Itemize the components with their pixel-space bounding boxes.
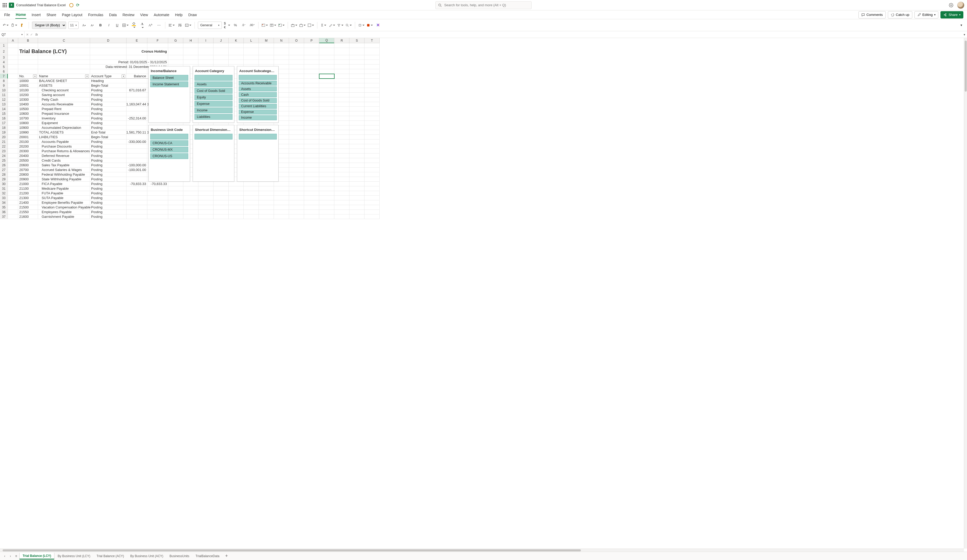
format-painter-button[interactable] bbox=[19, 22, 25, 28]
sheet-tab[interactable]: TrialBalanceData bbox=[192, 553, 223, 560]
cell-K36[interactable] bbox=[229, 210, 244, 214]
cell-A10[interactable] bbox=[8, 88, 18, 93]
cell-L35[interactable] bbox=[244, 205, 259, 210]
cell-name-20700[interactable]: Accrued Salaries & Wages bbox=[38, 168, 90, 172]
row-header-26[interactable]: 26 bbox=[0, 163, 8, 168]
horizontal-scrollbar[interactable] bbox=[0, 548, 964, 552]
cell-J1[interactable] bbox=[213, 43, 229, 48]
cell-balance-20100[interactable]: -330,000.00 bbox=[127, 140, 147, 144]
cell-M35[interactable] bbox=[259, 205, 274, 210]
menu-file[interactable]: File bbox=[3, 11, 11, 18]
cell-G35[interactable] bbox=[168, 205, 183, 210]
slicer-item[interactable] bbox=[150, 134, 188, 140]
cell-name-21550[interactable]: Employees Payable bbox=[38, 210, 90, 214]
column-header-K[interactable]: K bbox=[229, 38, 244, 43]
cell-P15[interactable] bbox=[304, 111, 319, 116]
cell-O30[interactable] bbox=[289, 182, 304, 186]
cell-balance-21200[interactable] bbox=[127, 191, 147, 196]
cell-O26[interactable] bbox=[289, 163, 304, 168]
add-sheet-button[interactable]: + bbox=[223, 553, 230, 559]
cell-O6[interactable] bbox=[289, 69, 304, 74]
cell-T30[interactable] bbox=[365, 182, 380, 186]
cell-K2[interactable] bbox=[229, 48, 244, 55]
cell-J34[interactable] bbox=[213, 200, 229, 205]
change-case-button[interactable]: Aᵇ bbox=[147, 22, 153, 28]
cell-H31[interactable] bbox=[183, 186, 198, 191]
slicer-item[interactable]: CRONUS-MX bbox=[150, 147, 188, 153]
cell-N31[interactable] bbox=[274, 186, 289, 191]
cell-T37[interactable] bbox=[365, 214, 380, 219]
cell-T27[interactable] bbox=[365, 168, 380, 172]
row-header-21[interactable]: 21 bbox=[0, 140, 8, 144]
cell-name-21600[interactable]: Garnishment Payable bbox=[38, 214, 90, 219]
cell-L1[interactable] bbox=[244, 43, 259, 48]
cell-S37[interactable] bbox=[350, 214, 365, 219]
cell-name-10400[interactable]: Accounts Receivable bbox=[38, 102, 90, 107]
cell-B6[interactable] bbox=[18, 69, 38, 74]
cell-I1[interactable] bbox=[198, 43, 213, 48]
table-header-name[interactable]: Name▾ bbox=[38, 74, 90, 79]
row-header-29[interactable]: 29 bbox=[0, 177, 8, 182]
cell-balance-10100[interactable]: 671,016.67 bbox=[127, 88, 147, 93]
cell-O10[interactable] bbox=[289, 88, 304, 93]
cell-balance-10200[interactable] bbox=[127, 93, 147, 97]
cell-no-21400[interactable]: 21400 bbox=[18, 200, 38, 205]
cell-P13[interactable] bbox=[304, 102, 319, 107]
cell-C5[interactable] bbox=[38, 64, 90, 69]
cell-type-10100[interactable]: Posting bbox=[90, 88, 127, 93]
row-header-2[interactable]: 2 bbox=[0, 48, 8, 55]
cell-name-20800[interactable]: Federal Withholding Payable bbox=[38, 172, 90, 177]
column-header-N[interactable]: N bbox=[274, 38, 289, 43]
cell-name-10200[interactable]: Saving account bbox=[38, 93, 90, 97]
cell-O32[interactable] bbox=[289, 191, 304, 196]
cell-name-10300[interactable]: Petty Cash bbox=[38, 97, 90, 102]
cell-S14[interactable] bbox=[350, 107, 365, 111]
cell-H37[interactable] bbox=[183, 214, 198, 219]
cell-A33[interactable] bbox=[8, 196, 18, 200]
slicer-item[interactable]: Income bbox=[239, 115, 277, 120]
cell-name-10900[interactable]: Accumulated Depreciation bbox=[38, 125, 90, 130]
row-header-6[interactable]: 6 bbox=[0, 69, 8, 74]
cell-A22[interactable] bbox=[8, 144, 18, 149]
cell-no-21200[interactable]: 21200 bbox=[18, 191, 38, 196]
cell-F3[interactable] bbox=[147, 55, 168, 60]
cell-no-10800[interactable]: 10800 bbox=[18, 121, 38, 125]
cell-G37[interactable] bbox=[168, 214, 183, 219]
cell-T29[interactable] bbox=[365, 177, 380, 182]
cell-L34[interactable] bbox=[244, 200, 259, 205]
menu-page-layout[interactable]: Page Layout bbox=[61, 11, 83, 18]
cell-name-10001[interactable]: ASSETS bbox=[38, 83, 90, 88]
formula-input[interactable] bbox=[39, 31, 962, 38]
cell-P23[interactable] bbox=[304, 149, 319, 153]
cell-O4[interactable] bbox=[289, 60, 304, 64]
cell-P17[interactable] bbox=[304, 121, 319, 125]
cell-T16[interactable] bbox=[365, 116, 380, 121]
cell-A14[interactable] bbox=[8, 107, 18, 111]
cell-M3[interactable] bbox=[259, 55, 274, 60]
cell-F1[interactable] bbox=[147, 43, 168, 48]
cell-M32[interactable] bbox=[259, 191, 274, 196]
row-header-5[interactable]: 5 bbox=[0, 64, 8, 69]
menu-draw[interactable]: Draw bbox=[188, 11, 197, 18]
merge-button[interactable] bbox=[185, 22, 191, 28]
cell-L3[interactable] bbox=[244, 55, 259, 60]
cell-A21[interactable] bbox=[8, 140, 18, 144]
cell-A26[interactable] bbox=[8, 163, 18, 168]
cell-T24[interactable] bbox=[365, 153, 380, 158]
cell-Q22[interactable] bbox=[319, 144, 334, 149]
row-header-27[interactable]: 27 bbox=[0, 168, 8, 172]
cell-K33[interactable] bbox=[229, 196, 244, 200]
cell-O13[interactable] bbox=[289, 102, 304, 107]
cell-J4[interactable] bbox=[213, 60, 229, 64]
cell-no-10500[interactable]: 10500 bbox=[18, 107, 38, 111]
cell-type-20700[interactable]: Posting bbox=[90, 168, 127, 172]
cell-M33[interactable] bbox=[259, 196, 274, 200]
cell-A1[interactable] bbox=[8, 43, 18, 48]
cell-S26[interactable] bbox=[350, 163, 365, 168]
cell-P3[interactable] bbox=[304, 55, 319, 60]
cell-T2[interactable] bbox=[365, 48, 380, 55]
cell-R30[interactable] bbox=[334, 182, 350, 186]
row-header-24[interactable]: 24 bbox=[0, 153, 8, 158]
cell-no-21300[interactable]: 21300 bbox=[18, 196, 38, 200]
cell-no-21000[interactable]: 21000 bbox=[18, 182, 38, 186]
